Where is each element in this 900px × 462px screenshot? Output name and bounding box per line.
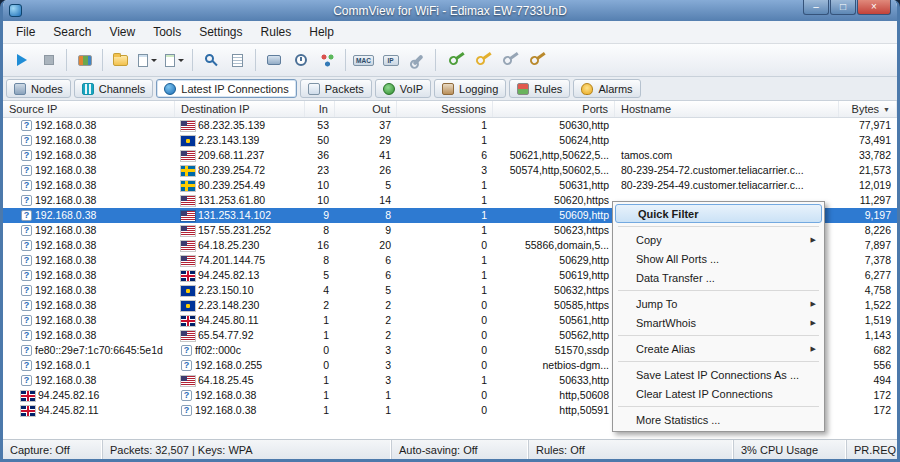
save-button[interactable] — [134, 47, 161, 73]
cell-in: 53 — [305, 118, 335, 133]
wrench-icon — [412, 54, 423, 65]
tab-latest-ip-connections[interactable]: Latest IP Connections — [156, 79, 296, 98]
source-ip-text: 192.168.0.1 — [35, 358, 90, 373]
status-segment-pr-req: PR.REQ — [847, 440, 897, 459]
unknown-country-icon — [21, 255, 32, 266]
voip-tab-icon — [383, 83, 395, 95]
table-row[interactable]: 192.168.0.38209.68.11.2373641650621,http… — [3, 148, 897, 163]
menu-tools[interactable]: Tools — [144, 22, 190, 42]
menu-separator — [618, 406, 819, 407]
cell-sessions: 0 — [397, 238, 493, 253]
tab-nodes[interactable]: Nodes — [6, 79, 71, 98]
cell-bytes: 172 — [839, 388, 897, 403]
menu-help[interactable]: Help — [300, 22, 343, 42]
close-button[interactable]: × — [857, 0, 891, 15]
wep-wpa-keys-button-1[interactable] — [440, 47, 467, 73]
table-row[interactable]: 192.168.0.382.23.143.1395029150624,http7… — [3, 133, 897, 148]
cell-bytes: 682 — [839, 343, 897, 358]
destination-ip-text: 64.18.25.230 — [198, 238, 259, 253]
window-controls: –□× — [802, 0, 891, 15]
menu-view[interactable]: View — [100, 22, 144, 42]
cell-in: 1 — [305, 313, 335, 328]
column-header-destination-ip[interactable]: Destination IP — [175, 101, 305, 117]
column-header-label: Ports — [582, 103, 608, 115]
cell-out: 2 — [335, 313, 397, 328]
context-menu-item-label: Jump To — [636, 298, 677, 310]
source-ip-text: 192.168.0.38 — [35, 253, 96, 268]
column-header-out[interactable]: Out — [335, 101, 397, 117]
flag-us-icon — [181, 121, 195, 131]
column-header-in[interactable]: In — [305, 101, 335, 117]
wep-wpa-keys-button-4[interactable] — [521, 47, 548, 73]
cell-destination-ip: 192.168.0.38 — [175, 388, 305, 403]
column-header-hostname[interactable]: Hostname — [615, 101, 839, 117]
table-row[interactable]: 192.168.0.3880.239.254.49105150631,http8… — [3, 178, 897, 193]
column-header-bytes[interactable]: Bytes▼ — [839, 101, 897, 117]
stop-capture-button[interactable] — [35, 47, 62, 73]
wep-wpa-keys-button-2[interactable] — [467, 47, 494, 73]
context-menu-item-quick-filter[interactable]: Quick Filter — [615, 204, 822, 223]
open-logs-button[interactable] — [107, 47, 134, 73]
cell-bytes: 556 — [839, 358, 897, 373]
log-viewer-button[interactable] — [224, 47, 251, 73]
destination-ip-text: 94.245.80.11 — [198, 313, 259, 328]
tab-channels[interactable]: Channels — [74, 79, 153, 98]
mac-aliases-button[interactable]: MAC — [350, 47, 377, 73]
ip-aliases-button[interactable]: IP — [377, 47, 404, 73]
table-row[interactable]: 192.168.0.3880.239.254.722326350574,http… — [3, 163, 897, 178]
cell-source-ip: 94.245.82.11 — [3, 403, 175, 418]
cell-sessions: 1 — [397, 208, 493, 223]
tab-label: Packets — [325, 83, 364, 95]
column-header-sessions[interactable]: Sessions — [397, 101, 493, 117]
key-yellow-icon — [474, 54, 487, 67]
find-button[interactable] — [197, 47, 224, 73]
unknown-country-icon — [181, 390, 192, 401]
cell-out: 37 — [335, 118, 397, 133]
tab-rules[interactable]: Rules — [509, 79, 570, 98]
context-menu-item-save-latest-ip-connections-as[interactable]: Save Latest IP Connections As ... — [614, 365, 823, 384]
tab-voip[interactable]: VoIP — [375, 79, 431, 98]
tab-logging[interactable]: Logging — [434, 79, 506, 98]
cell-destination-ip: 94.245.80.11 — [175, 313, 305, 328]
context-menu-item-create-alias[interactable]: Create Alias▶ — [614, 339, 823, 358]
table-row[interactable]: 192.168.0.3868.232.35.1395337150630,http… — [3, 118, 897, 133]
minimize-button[interactable]: – — [803, 0, 829, 15]
source-ip-text: 192.168.0.38 — [35, 283, 96, 298]
tab-alarms[interactable]: Alarms — [573, 79, 640, 98]
context-menu-item-more-statistics[interactable]: More Statistics ... — [614, 410, 823, 429]
column-header-source-ip[interactable]: Source IP — [3, 101, 175, 117]
cell-ports: 50623,https — [493, 223, 615, 238]
node-scanner-button[interactable] — [71, 47, 98, 73]
start-capture-button[interactable] — [8, 47, 35, 73]
export-button[interactable] — [161, 47, 188, 73]
scheduler-button[interactable] — [287, 47, 314, 73]
node-reassociation-button[interactable] — [260, 47, 287, 73]
source-ip-text: 192.168.0.38 — [35, 163, 96, 178]
toolbar-separator — [345, 49, 346, 71]
cell-in: 8 — [305, 253, 335, 268]
menu-search[interactable]: Search — [44, 22, 100, 42]
destination-ip-text: 2.23.143.139 — [198, 133, 259, 148]
context-menu-item-data-transfer[interactable]: Data Transfer ... — [614, 268, 823, 287]
menu-file[interactable]: File — [7, 22, 44, 42]
context-menu-item-label: SmartWhois — [636, 317, 696, 329]
wep-wpa-keys-button-3[interactable] — [494, 47, 521, 73]
menu-settings[interactable]: Settings — [190, 22, 251, 42]
context-menu-item-copy[interactable]: Copy▶ — [614, 230, 823, 249]
flag-us-icon — [181, 226, 195, 236]
menu-rules[interactable]: Rules — [252, 22, 301, 42]
status-segment-packets-32-507-keys-wpa: Packets: 32,507 | Keys: WPA — [103, 440, 392, 459]
context-menu-item-jump-to[interactable]: Jump To▶ — [614, 294, 823, 313]
maximize-button[interactable]: □ — [830, 0, 856, 15]
packet-generator-button[interactable] — [314, 47, 341, 73]
context-menu-item-clear-latest-ip-connections[interactable]: Clear Latest IP Connections — [614, 384, 823, 403]
flag-uk-icon — [181, 271, 195, 281]
tab-packets[interactable]: Packets — [300, 79, 372, 98]
context-menu-item-smartwhois[interactable]: SmartWhois▶ — [614, 313, 823, 332]
column-header-ports[interactable]: Ports — [493, 101, 615, 117]
cell-ports: 50620,https — [493, 193, 615, 208]
options-button[interactable] — [404, 47, 431, 73]
destination-ip-text: 68.232.35.139 — [198, 118, 265, 133]
context-menu-item-show-all-ports[interactable]: Show All Ports ... — [614, 249, 823, 268]
packets-tab-icon — [308, 83, 320, 95]
